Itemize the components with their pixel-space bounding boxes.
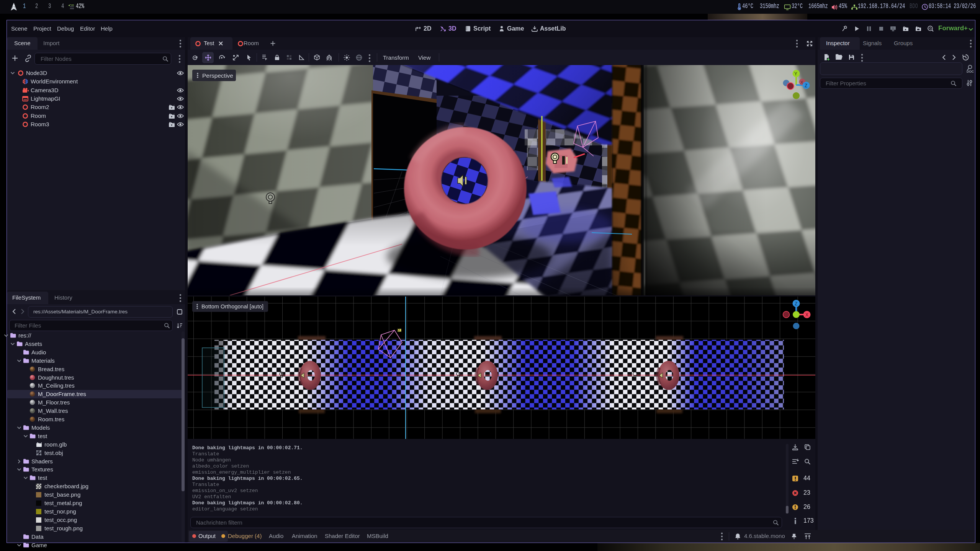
svg-text:DOC: DOC bbox=[967, 70, 974, 73]
svg-text:Z: Z bbox=[805, 83, 807, 88]
svg-text:Perspective: Perspective bbox=[202, 72, 233, 79]
svg-text:Bottom Orthogonal [auto]: Bottom Orthogonal [auto] bbox=[201, 303, 263, 310]
svg-text:Y: Y bbox=[794, 71, 797, 77]
svg-text:X: X bbox=[805, 312, 808, 318]
svg-text:Z: Z bbox=[795, 301, 797, 306]
